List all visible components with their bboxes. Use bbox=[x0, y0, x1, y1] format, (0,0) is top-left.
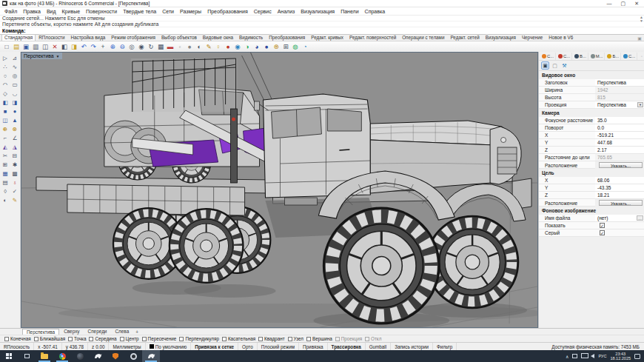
explorer-button[interactable] bbox=[36, 350, 53, 362]
minimize-button[interactable]: — bbox=[607, 1, 612, 7]
toolbar-tab-viewports[interactable]: Видовые окна bbox=[200, 34, 236, 41]
panel-tab-properties[interactable]: С... bbox=[540, 53, 556, 60]
viewport-tab-left[interactable]: Слева bbox=[111, 329, 133, 335]
sphere-app-button[interactable] bbox=[71, 350, 89, 362]
array-tool-icon[interactable]: ▤ bbox=[1, 178, 10, 187]
polyline-tool-icon[interactable]: ∿ bbox=[10, 62, 19, 71]
menu-meshes[interactable]: Сети bbox=[159, 9, 177, 14]
section-target[interactable]: Цель bbox=[539, 169, 644, 177]
chamfer-tool-icon[interactable]: ∠ bbox=[10, 133, 19, 142]
task-view-button[interactable] bbox=[18, 350, 36, 362]
settings-icon[interactable]: ⊛ bbox=[272, 42, 281, 51]
extrude-tool-icon[interactable]: ◭ bbox=[1, 142, 10, 151]
material-tool-icon[interactable]: ⚒ bbox=[560, 61, 568, 70]
toolbar-tab-transform[interactable]: Преобразования bbox=[266, 34, 308, 41]
sphere-tool-icon[interactable]: ● bbox=[10, 107, 19, 115]
add-viewport-icon[interactable]: + bbox=[133, 329, 141, 335]
menu-tools[interactable]: Сервис bbox=[251, 9, 275, 14]
polygon-tool-icon[interactable]: ◇ bbox=[1, 89, 10, 98]
toolbar-tab-rendering[interactable]: Визуализация bbox=[483, 34, 519, 41]
redo-icon[interactable]: ↷ bbox=[89, 42, 98, 51]
target-x-value[interactable]: 68.06 bbox=[595, 177, 644, 184]
osnap-quadrant[interactable]: Квадрант bbox=[258, 336, 284, 341]
mesh-tool-icon[interactable]: ▦ bbox=[1, 169, 10, 178]
tray-expand-icon[interactable]: ∧ bbox=[566, 354, 568, 359]
cylinder-tool-icon[interactable]: ◫ bbox=[1, 115, 10, 124]
maximize-button[interactable]: ▢ bbox=[621, 1, 626, 7]
osnap-knot[interactable]: Узел bbox=[288, 336, 303, 341]
annotate-icon[interactable]: ✎ bbox=[204, 42, 213, 51]
target-y-value[interactable]: -43.35 bbox=[595, 184, 644, 191]
zoom-target-icon[interactable]: ◉ bbox=[137, 42, 146, 51]
browse-file-button[interactable]: … bbox=[637, 215, 643, 221]
toolbar-tab-select[interactable]: Выбор объектов bbox=[158, 34, 200, 41]
menu-curves[interactable]: Кривые bbox=[59, 9, 84, 14]
curve-tool-icon[interactable]: ◡ bbox=[10, 89, 19, 98]
cplane-button[interactable]: RПлоскость bbox=[0, 343, 34, 350]
object-properties-icon[interactable]: ▢ bbox=[551, 61, 559, 70]
viewport-tab-front[interactable]: Спереди bbox=[84, 329, 111, 335]
rhino-app-button[interactable] bbox=[89, 350, 107, 362]
zoom-window-icon[interactable]: ◎ bbox=[127, 42, 136, 51]
shield-app-button[interactable] bbox=[107, 350, 124, 362]
osnap-end[interactable]: Конечная bbox=[4, 336, 31, 341]
explode-tool-icon[interactable]: ✱ bbox=[10, 160, 19, 169]
viewport-title[interactable]: Перспектива ▼ bbox=[21, 53, 62, 59]
network-icon[interactable] bbox=[581, 354, 587, 358]
camera-place-button[interactable]: Указать... bbox=[599, 162, 643, 168]
section-background[interactable]: Фоновое изображение bbox=[539, 207, 644, 215]
surface-tool-icon[interactable]: ◧ bbox=[1, 98, 10, 107]
arc-tool-icon[interactable]: ◠ bbox=[1, 80, 10, 89]
menu-transform[interactable]: Преобразования bbox=[204, 9, 251, 14]
toolbar-tab-surface-edit[interactable]: Редакт. поверхностей bbox=[346, 34, 399, 41]
projection-dropdown[interactable]: Перспектива▼ bbox=[595, 101, 644, 108]
select-tool-icon[interactable]: ▷ bbox=[1, 53, 10, 62]
toolbar-options-icon[interactable]: ▣ bbox=[637, 36, 642, 41]
menu-view[interactable]: Вид bbox=[44, 9, 59, 14]
camera-z-value[interactable]: 2.17 bbox=[595, 147, 644, 153]
toolbar-tab-visibility[interactable]: Видимость bbox=[236, 34, 266, 41]
mirror-tool-icon[interactable]: ◐ bbox=[1, 195, 10, 204]
language-indicator[interactable]: РУС bbox=[598, 354, 606, 358]
volume-icon[interactable] bbox=[591, 354, 594, 358]
panel-tab-materials[interactable]: М... bbox=[589, 53, 606, 60]
viewport-tab-top[interactable]: Сверху bbox=[60, 329, 83, 335]
toolbar-tab-display[interactable]: Режим отображения bbox=[108, 34, 158, 41]
circle-tool-icon[interactable]: ○ bbox=[1, 71, 10, 80]
paste-icon[interactable]: ◨ bbox=[70, 42, 78, 51]
rotate-view-icon[interactable]: ↻ bbox=[147, 42, 155, 51]
perspective-viewport[interactable]: Перспектива ▼ bbox=[21, 52, 538, 328]
toolbar-tab-standard[interactable]: Стандартная bbox=[1, 34, 36, 41]
panel-overflow-icon[interactable]: ◦ bbox=[641, 54, 643, 58]
open-file-icon[interactable]: ▤ bbox=[12, 42, 21, 51]
cone-tool-icon[interactable]: ▲ bbox=[10, 115, 19, 124]
render-color-icon[interactable]: ◉ bbox=[233, 42, 242, 51]
history-toggle[interactable]: Запись истории bbox=[391, 343, 433, 350]
toolbar-tab-drafting[interactable]: Черчение bbox=[519, 34, 546, 41]
toolbar-tab-mesh-edit[interactable]: Редакт. сетей bbox=[447, 34, 482, 41]
osnap-project[interactable]: Проекция bbox=[335, 336, 362, 341]
osnap-disable[interactable]: Откл bbox=[365, 336, 381, 341]
toolbar-tab-new-v6[interactable]: Новое в V6 bbox=[546, 34, 576, 41]
menu-analyze[interactable]: Анализ bbox=[275, 9, 298, 14]
fillet-tool-icon[interactable]: ⌐ bbox=[1, 133, 10, 142]
toolbar-tab-cplanes[interactable]: RПлоскости bbox=[36, 34, 67, 41]
lock-icon[interactable]: ● bbox=[185, 42, 194, 51]
osnap-intersection[interactable]: Пересечение bbox=[142, 336, 177, 341]
menu-help[interactable]: Справка bbox=[362, 9, 388, 14]
panel-tab-rendering[interactable]: В... bbox=[573, 53, 588, 60]
viewport-properties-icon[interactable]: ▣ bbox=[541, 61, 549, 70]
box-tool-icon[interactable]: ■ bbox=[1, 107, 10, 115]
osnap-near[interactable]: Ближайшая bbox=[34, 336, 65, 341]
boolean-diff-icon[interactable]: ⊗ bbox=[10, 124, 19, 133]
new-file-icon[interactable]: □ bbox=[2, 42, 11, 51]
grid-snap-toggle[interactable]: Привязка к сетке bbox=[191, 343, 238, 350]
scale-tool-icon[interactable]: ◊ bbox=[1, 187, 10, 195]
show-icon[interactable]: ◦ bbox=[175, 42, 184, 51]
osnap-point[interactable]: Точка bbox=[68, 336, 86, 341]
menu-render[interactable]: Визуализация bbox=[298, 9, 338, 14]
shade-icon[interactable]: ◐ bbox=[195, 42, 204, 51]
menu-solids[interactable]: Твердые тела bbox=[120, 9, 159, 14]
clock[interactable]: 23:4318.12.2025 bbox=[610, 352, 631, 361]
command-scrollbar[interactable]: ▲▼ bbox=[640, 16, 643, 23]
